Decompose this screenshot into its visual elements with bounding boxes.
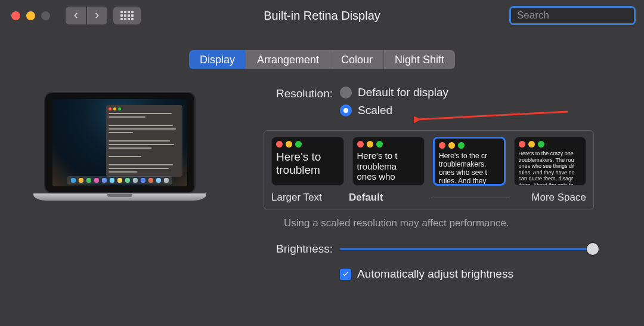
resolution-label: Resolution:	[255, 86, 333, 100]
svg-line-0	[417, 112, 568, 119]
tab-display[interactable]: Display	[189, 50, 246, 69]
show-all-button[interactable]	[113, 7, 141, 24]
scale-label-larger: Larger Text	[271, 192, 349, 204]
display-preview	[33, 92, 206, 211]
auto-brightness-checkbox[interactable]	[340, 269, 351, 280]
scale-preview-2[interactable]: Here's to the cr troublemakers. ones who…	[433, 137, 506, 186]
grid-icon	[120, 11, 134, 20]
check-icon	[342, 270, 349, 278]
scale-preview-3[interactable]: Here's to the crazy one troublemakers. T…	[514, 137, 587, 186]
brightness-thumb[interactable]	[587, 243, 599, 255]
tab-night-shift[interactable]: Night Shift	[384, 50, 455, 69]
radio-icon	[340, 104, 352, 116]
tab-colour[interactable]: Colour	[330, 50, 384, 69]
scale-label-default: Default	[349, 192, 426, 204]
search-field[interactable]	[509, 6, 636, 25]
annotation-arrow	[414, 109, 569, 123]
scale-warning: Using a scaled resolution may affect per…	[284, 217, 632, 229]
close-button[interactable]	[11, 11, 20, 20]
maximize-button	[41, 11, 50, 20]
tab-arrangement[interactable]: Arrangement	[246, 50, 330, 69]
auto-brightness-label: Automatically adjust brightness	[357, 267, 513, 281]
back-button[interactable]	[66, 7, 86, 24]
brightness-slider[interactable]	[340, 248, 597, 250]
resolution-option-default-for-display[interactable]: Default for display	[340, 86, 448, 99]
scale-preview-1[interactable]: Here's to t troublema ones who	[352, 137, 425, 186]
brightness-label: Brightness:	[255, 242, 333, 256]
scale-label-more: More Space	[515, 192, 586, 204]
scale-options: Here's to troublemHere's to t troublema …	[264, 130, 594, 210]
radio-icon	[340, 87, 352, 99]
forward-button[interactable]	[87, 7, 107, 24]
minimize-button[interactable]	[26, 11, 35, 20]
scale-preview-0[interactable]: Here's to troublem	[271, 137, 344, 186]
search-input[interactable]	[517, 10, 643, 21]
